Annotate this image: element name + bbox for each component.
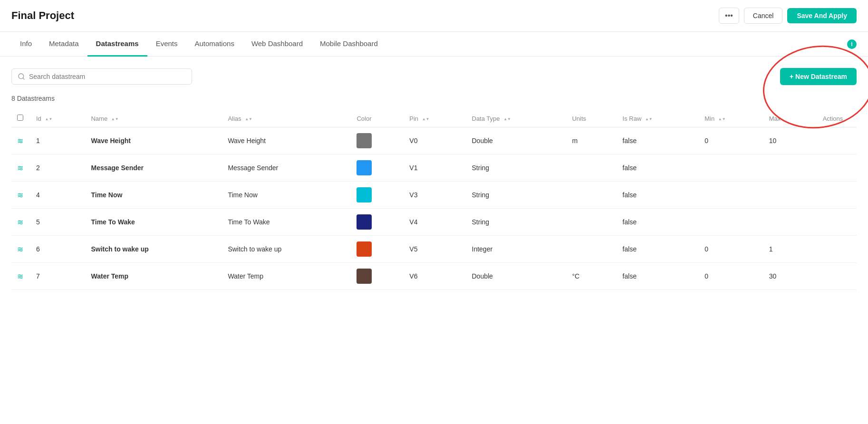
- more-button[interactable]: •••: [719, 8, 739, 24]
- table-row: ≋ 7 Water Temp Water Temp V6 Double °C f…: [11, 263, 857, 290]
- row-color: [351, 182, 404, 209]
- row-checkbox-cell: ≋: [11, 236, 30, 263]
- row-min: 0: [699, 263, 763, 290]
- row-filter-icon[interactable]: ≋: [17, 218, 23, 226]
- sort-israw-icon[interactable]: ▲▼: [645, 117, 653, 121]
- table-row: ≋ 5 Time To Wake Time To Wake V4 String …: [11, 209, 857, 236]
- datastreams-table: Id ▲▼ Name ▲▼ Alias ▲▼ Color Pin ▲▼ Data…: [11, 110, 857, 290]
- nav-tabs: Info Metadata Datastreams Events Automat…: [0, 32, 868, 57]
- row-name: Wave Height: [85, 127, 222, 154]
- col-alias: Alias ▲▼: [222, 110, 351, 127]
- color-swatch[interactable]: [357, 133, 372, 148]
- row-max: [763, 209, 809, 236]
- row-max: 30: [763, 263, 809, 290]
- page-title: Final Project: [11, 10, 74, 22]
- row-max: 1: [763, 236, 809, 263]
- search-input[interactable]: [29, 73, 186, 80]
- row-name: Water Temp: [85, 263, 222, 290]
- svg-line-1: [23, 78, 24, 79]
- row-max: [763, 182, 809, 209]
- row-id: 5: [30, 209, 85, 236]
- row-checkbox-cell: ≋: [11, 209, 30, 236]
- row-units: [566, 182, 617, 209]
- col-id: Id ▲▼: [30, 110, 85, 127]
- save-apply-button[interactable]: Save And Apply: [787, 8, 857, 23]
- row-checkbox-cell: ≋: [11, 182, 30, 209]
- table-row: ≋ 4 Time Now Time Now V3 String false: [11, 182, 857, 209]
- row-filter-icon[interactable]: ≋: [17, 272, 23, 280]
- sort-name-icon[interactable]: ▲▼: [111, 117, 119, 121]
- header: Final Project ••• Cancel Save And Apply: [0, 0, 868, 32]
- tab-web-dashboard[interactable]: Web Dashboard: [243, 32, 311, 57]
- color-swatch[interactable]: [357, 269, 372, 284]
- row-is-raw: false: [617, 236, 699, 263]
- row-pin: V5: [404, 236, 466, 263]
- row-color: [351, 236, 404, 263]
- color-swatch[interactable]: [357, 160, 372, 175]
- row-is-raw: false: [617, 182, 699, 209]
- row-is-raw: false: [617, 127, 699, 154]
- tab-metadata[interactable]: Metadata: [40, 32, 87, 57]
- col-name: Name ▲▼: [85, 110, 222, 127]
- row-data-type: Integer: [466, 236, 567, 263]
- col-data-type: Data Type ▲▼: [466, 110, 567, 127]
- toolbar: + New Datastream: [11, 68, 857, 85]
- row-min: 0: [699, 236, 763, 263]
- row-color: [351, 154, 404, 182]
- row-alias: Switch to wake up: [222, 236, 351, 263]
- row-filter-icon[interactable]: ≋: [17, 137, 23, 145]
- row-name: Switch to wake up: [85, 236, 222, 263]
- row-pin: V0: [404, 127, 466, 154]
- sort-datatype-icon[interactable]: ▲▼: [503, 117, 511, 121]
- datastream-count: 8 Datastreams: [11, 95, 857, 102]
- row-checkbox-cell: ≋: [11, 263, 30, 290]
- sort-pin-icon[interactable]: ▲▼: [422, 117, 430, 121]
- tab-mobile-dashboard[interactable]: Mobile Dashboard: [311, 32, 386, 57]
- color-swatch[interactable]: [357, 241, 372, 257]
- row-filter-icon[interactable]: ≋: [17, 164, 23, 172]
- row-max: 10: [763, 127, 809, 154]
- row-actions: [809, 154, 857, 182]
- color-swatch[interactable]: [357, 214, 372, 230]
- row-filter-icon[interactable]: ≋: [17, 245, 23, 253]
- row-alias: Time To Wake: [222, 209, 351, 236]
- cancel-button[interactable]: Cancel: [744, 8, 783, 24]
- row-pin: V1: [404, 154, 466, 182]
- row-actions: [809, 127, 857, 154]
- row-alias: Message Sender: [222, 154, 351, 182]
- tab-automations[interactable]: Automations: [186, 32, 243, 57]
- table-header-row: Id ▲▼ Name ▲▼ Alias ▲▼ Color Pin ▲▼ Data…: [11, 110, 857, 127]
- row-name: Time Now: [85, 182, 222, 209]
- sort-alias-icon[interactable]: ▲▼: [245, 117, 252, 121]
- sort-id-icon[interactable]: ▲▼: [45, 117, 52, 121]
- row-name: Message Sender: [85, 154, 222, 182]
- table-row: ≋ 2 Message Sender Message Sender V1 Str…: [11, 154, 857, 182]
- row-id: 4: [30, 182, 85, 209]
- row-actions: [809, 182, 857, 209]
- row-actions: [809, 209, 857, 236]
- row-pin: V3: [404, 182, 466, 209]
- tab-info[interactable]: Info: [11, 32, 40, 57]
- search-box: [11, 68, 192, 85]
- row-actions: [809, 263, 857, 290]
- col-max: Max: [763, 110, 809, 127]
- row-data-type: String: [466, 209, 567, 236]
- row-min: 0: [699, 127, 763, 154]
- row-name: Time To Wake: [85, 209, 222, 236]
- row-units: °C: [566, 263, 617, 290]
- new-datastream-button[interactable]: + New Datastream: [780, 68, 857, 85]
- row-data-type: String: [466, 154, 567, 182]
- row-pin: V6: [404, 263, 466, 290]
- select-all-checkbox[interactable]: [17, 115, 23, 121]
- header-actions: ••• Cancel Save And Apply: [719, 8, 857, 24]
- row-units: [566, 154, 617, 182]
- row-filter-icon[interactable]: ≋: [17, 191, 23, 199]
- tab-datastreams[interactable]: Datastreams: [87, 32, 147, 57]
- row-pin: V4: [404, 209, 466, 236]
- row-is-raw: false: [617, 209, 699, 236]
- sort-min-icon[interactable]: ▲▼: [718, 117, 726, 121]
- tab-events[interactable]: Events: [147, 32, 186, 57]
- color-swatch[interactable]: [357, 187, 372, 202]
- col-is-raw: Is Raw ▲▼: [617, 110, 699, 127]
- row-data-type: String: [466, 182, 567, 209]
